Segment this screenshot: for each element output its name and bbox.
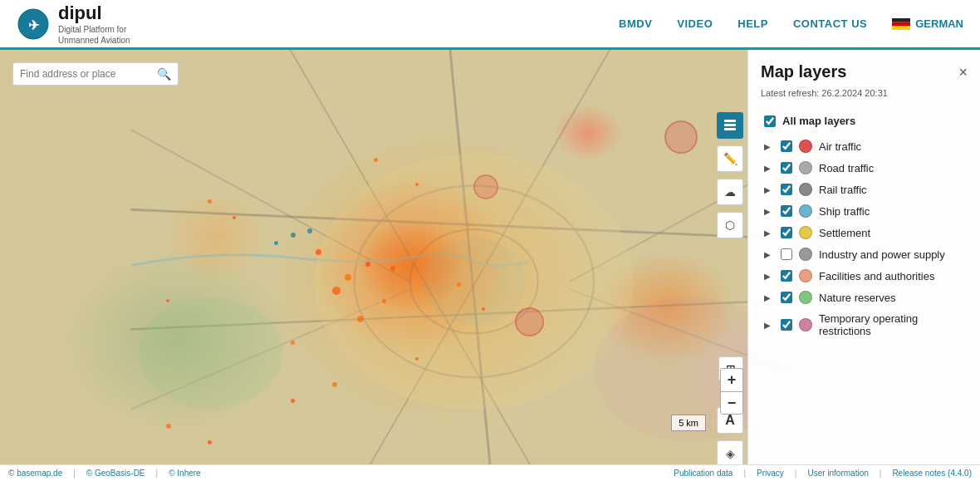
layer-row-settlement: ▶Settlement — [761, 222, 968, 243]
svg-rect-21 — [724, 124, 736, 126]
layer-row-industry: ▶Industry and power supply — [761, 243, 968, 265]
svg-rect-4 — [892, 26, 910, 30]
layer-color-dot-industry — [799, 248, 812, 261]
footer-right: Publication data | Privacy | User inform… — [674, 469, 972, 478]
chevron-icon-facilities[interactable]: ▶ — [764, 272, 774, 281]
chevron-icon-nature[interactable]: ▶ — [764, 293, 774, 302]
layer-row-facilities: ▶Facilities and authorities — [761, 265, 968, 287]
scale-bar: 5 km — [671, 415, 706, 431]
chevron-icon-road[interactable]: ▶ — [764, 164, 774, 173]
panel-refresh-label: Latest refresh: 26.2.2024 20:31 — [761, 88, 968, 98]
footer-geobasis-link[interactable]: © GeoBasis-DE — [86, 469, 145, 478]
header: ✈ dipul Digital Platform for Unmanned Av… — [0, 0, 980, 50]
layers-panel: Map layers × Latest refresh: 26.2.2024 2… — [747, 50, 980, 464]
logo-icon: ✈ — [17, 7, 50, 41]
footer-left: © basemap.de | © GeoBasis-DE | © Inhere — [8, 469, 201, 478]
layer-checkbox-settlement[interactable] — [781, 227, 792, 238]
layer-row-road: ▶Road traffic — [761, 157, 968, 179]
layer-checkbox-road[interactable] — [781, 162, 792, 174]
layer-color-dot-restrictions — [799, 318, 812, 331]
layer-label-air: Air traffic — [819, 140, 964, 153]
layer-color-dot-nature — [799, 291, 812, 304]
layer-checkbox-air[interactable] — [781, 140, 792, 152]
all-layers-checkbox[interactable] — [764, 115, 776, 127]
zoom-out-button[interactable]: − — [720, 391, 743, 415]
panel-title: Map layers — [761, 62, 846, 81]
layer-checkbox-facilities[interactable] — [781, 270, 792, 282]
footer-release-notes-link[interactable]: Release notes (4.4.0) — [892, 469, 972, 478]
footer: © basemap.de | © GeoBasis-DE | © Inhere … — [0, 464, 980, 481]
footer-geobasis: © GeoBasis-DE — [86, 469, 145, 478]
layer-color-dot-settlement — [799, 226, 812, 239]
svg-rect-3 — [892, 22, 910, 26]
language-selector[interactable]: GERMAN — [892, 17, 963, 30]
footer-publication-link[interactable]: Publication data — [674, 469, 733, 478]
navigation: BMDV VIDEO HELP CONTACT US GERMAN — [619, 17, 963, 30]
chevron-icon-settlement[interactable]: ▶ — [764, 228, 774, 238]
footer-basemap-link[interactable]: basemap.de — [17, 469, 62, 478]
panel-close-button[interactable]: × — [958, 65, 968, 80]
search-icon[interactable]: 🔍 — [157, 67, 171, 81]
layer-row-ship: ▶Ship traffic — [761, 200, 968, 222]
footer-user-info-link[interactable]: User information — [807, 469, 868, 478]
layer-checkbox-ship[interactable] — [781, 205, 792, 217]
german-flag-icon — [892, 18, 910, 30]
chevron-icon-industry[interactable]: ▶ — [764, 250, 774, 259]
search-input[interactable] — [20, 68, 157, 80]
layer-row-nature: ▶Nature reserves — [761, 287, 968, 308]
footer-copyright: © Inhere — [169, 469, 201, 478]
layer-label-ship: Ship traffic — [819, 205, 964, 218]
layer-row-rail: ▶Rail traffic — [761, 179, 968, 200]
svg-rect-20 — [724, 120, 736, 122]
layers-icon — [723, 118, 737, 133]
pencil-tool-button[interactable]: ✏️ — [717, 145, 743, 172]
chevron-icon-restrictions[interactable]: ▶ — [764, 321, 774, 330]
layer-label-road: Road traffic — [819, 162, 964, 174]
layer-label-restrictions: Temporary operating restrictions — [819, 312, 964, 337]
layer-label-settlement: Settlement — [819, 227, 964, 239]
layer-color-dot-rail — [799, 183, 812, 196]
all-layers-label: All map layers — [782, 115, 855, 127]
chevron-icon-air[interactable]: ▶ — [764, 142, 774, 151]
layer-color-dot-road — [799, 161, 812, 174]
chevron-icon-ship[interactable]: ▶ — [764, 207, 774, 216]
layer-toggle-button[interactable] — [717, 112, 743, 139]
layer-label-nature: Nature reserves — [819, 292, 964, 304]
layer-row-air: ▶Air traffic — [761, 135, 968, 157]
layer-label-rail: Rail traffic — [819, 184, 964, 196]
svg-rect-22 — [724, 128, 736, 130]
layers-list: ▶Air traffic▶Road traffic▶Rail traffic▶S… — [761, 135, 968, 341]
nav-video[interactable]: VIDEO — [677, 17, 713, 30]
logo-subtitle: Digital Platform for Unmanned Aviation — [58, 24, 130, 46]
layer-row-restrictions: ▶Temporary operating restrictions — [761, 308, 968, 341]
logo-text: dipul Digital Platform for Unmanned Avia… — [58, 2, 130, 46]
zoom-in-button[interactable]: + — [720, 368, 743, 391]
language-label: GERMAN — [915, 17, 963, 30]
layer-checkbox-industry[interactable] — [781, 248, 792, 260]
search-box[interactable]: 🔍 — [12, 62, 179, 86]
logo-title: dipul — [58, 2, 130, 24]
nav-help[interactable]: HELP — [737, 17, 768, 30]
cube-tool-button[interactable]: ⬡ — [717, 212, 743, 238]
svg-text:✈: ✈ — [28, 18, 40, 32]
location-tool-button[interactable]: ◈ — [717, 440, 743, 464]
cloud-tool-button[interactable]: ☁ — [717, 179, 743, 205]
logo-area: ✈ dipul Digital Platform for Unmanned Av… — [17, 2, 130, 46]
footer-privacy-link[interactable]: Privacy — [757, 469, 784, 478]
svg-rect-2 — [892, 18, 910, 22]
layer-color-dot-ship — [799, 204, 812, 218]
layer-checkbox-restrictions[interactable] — [781, 319, 792, 331]
layer-label-industry: Industry and power supply — [819, 248, 964, 261]
layer-checkbox-nature[interactable] — [781, 292, 792, 303]
layer-color-dot-air — [799, 140, 812, 153]
layer-checkbox-rail[interactable] — [781, 184, 792, 195]
nav-bmdv[interactable]: BMDV — [619, 17, 652, 30]
layer-color-dot-facilities — [799, 269, 812, 282]
zoom-controls: + − — [720, 368, 743, 415]
all-layers-row: All map layers — [761, 110, 968, 132]
panel-header: Map layers × — [761, 62, 968, 81]
nav-contact[interactable]: CONTACT US — [793, 17, 867, 30]
map-area[interactable]: 🔍 ✏️ ☁ ⬡ A ◈ ⊞ + − 5 km Map layers × Lat… — [0, 50, 980, 464]
layer-label-facilities: Facilities and authorities — [819, 270, 964, 282]
chevron-icon-rail[interactable]: ▶ — [764, 185, 774, 194]
